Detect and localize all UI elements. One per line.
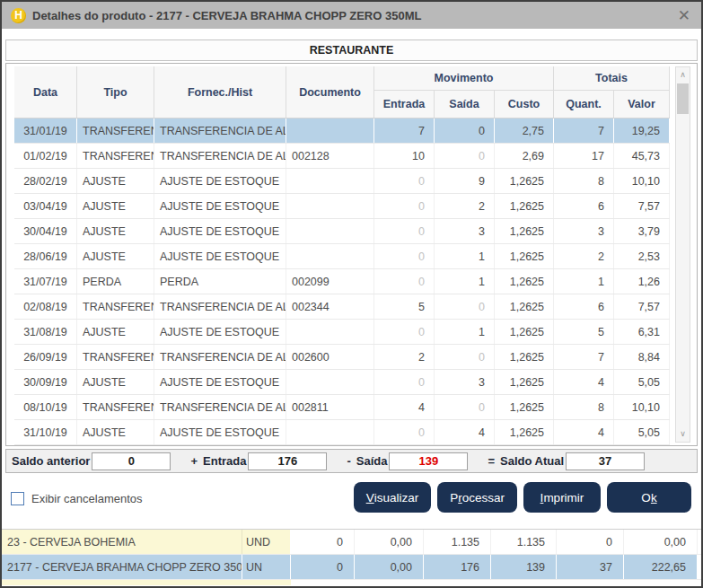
saldo-atual-label: Saldo Atual (500, 454, 564, 468)
col-header-entrada: Entrada (374, 91, 435, 118)
scroll-up-icon[interactable]: ∧ (676, 68, 690, 82)
table-row[interactable]: 01/02/19 TRANSFEREN TRANSFERENCIA DE ALM… (14, 144, 670, 169)
table-row[interactable]: 31/01/19 TRANSFEREN TRANSFERENCIA DE ALM… (14, 118, 670, 144)
cell-data: 28/02/19 (14, 169, 77, 193)
table-row[interactable]: 31/10/19 AJUSTE AJUSTE DE ESTOQUE 0 4 1,… (14, 420, 670, 445)
minus-operator: - (347, 454, 350, 468)
partial-next-row (2, 580, 701, 585)
cell-quant: 17 (554, 144, 614, 168)
cell-valor: 10,10 (614, 395, 670, 419)
cell-tipo: TRANSFEREN (77, 118, 154, 143)
cell-saida: 0 (435, 345, 495, 369)
list-item[interactable]: 23 - CERVEJA BOHEMIA UND 0 0,00 1.135 1.… (2, 530, 701, 555)
col-header-valor: Valor (614, 91, 670, 118)
balance-summary-bar: Saldo anterior 0 + Entrada 176 - Saída 1… (5, 449, 698, 473)
cell-entrada: 0 (374, 244, 435, 268)
table-row[interactable]: 28/02/19 AJUSTE AJUSTE DE ESTOQUE 0 9 1,… (14, 169, 670, 194)
table-row[interactable]: 30/04/19 AJUSTE AJUSTE DE ESTOQUE 0 3 1,… (14, 219, 670, 244)
ok-button[interactable]: Ok (607, 482, 691, 513)
cell-fornec-hist: AJUSTE DE ESTOQUE (154, 320, 286, 344)
products-rows: 23 - CERVEJA BOHEMIA UND 0 0,00 1.135 1.… (2, 530, 701, 580)
group-header-totais: Totais (554, 66, 670, 91)
table-row[interactable]: 31/07/19 PERDA PERDA 002099 0 1 1,2625 1… (14, 269, 670, 294)
cell-entrada: 0 (374, 194, 435, 218)
cell-tipo: AJUSTE (77, 244, 154, 268)
cell-tipo: AJUSTE (77, 420, 154, 444)
group-header-movimento: Movimento (374, 66, 554, 91)
location-banner: RESTAURANTE (5, 39, 698, 61)
cell-custo: 1,2625 (495, 269, 554, 294)
entrada-value: 176 (248, 452, 327, 470)
cell-entrada: 4 (374, 395, 435, 419)
cell-quant: 4 (554, 420, 614, 444)
cell-value: 0,00 (355, 530, 424, 554)
saida-value: 139 (389, 452, 468, 470)
cell-quant: 5 (554, 320, 614, 344)
table-row[interactable]: 31/08/19 AJUSTE AJUSTE DE ESTOQUE 0 1 1,… (14, 320, 670, 345)
equals-operator: = (488, 454, 495, 468)
cell-fornec-hist: TRANSFERENCIA DE ALM (154, 118, 286, 143)
cell-valor: 8,84 (614, 345, 670, 369)
cell-custo: 1,2625 (495, 244, 554, 268)
cell-valor: 7,57 (614, 294, 670, 319)
cell-quant: 8 (554, 169, 614, 193)
cell-quant: 7 (554, 345, 614, 369)
product-details-dialog: H Detalhes do produto - 2177 - CERVEJA B… (0, 0, 703, 588)
vertical-scrollbar[interactable]: ∧ ∨ (675, 66, 690, 443)
cell-tipo: PERDA (77, 269, 154, 294)
cell-value: 0,00 (624, 530, 698, 554)
cell-saida: 9 (435, 169, 495, 193)
cell-documento (286, 420, 374, 444)
saldo-anterior-value: 0 (92, 452, 171, 470)
cell-data: 02/08/19 (14, 294, 77, 319)
cell-tipo: TRANSFEREN (77, 395, 154, 419)
list-item[interactable]: 2177 - CERVEJA BRAHMA CHOPP ZERO 350M UN… (2, 555, 701, 580)
cell-value: 222,65 (624, 555, 698, 579)
cell-fornec-hist: PERDA (154, 269, 286, 294)
cell-quant: 6 (554, 194, 614, 218)
cell-valor: 19,25 (614, 118, 670, 143)
cell-quant: 8 (554, 395, 614, 419)
cell-value: 1.135 (424, 530, 491, 554)
cell-custo: 1,2625 (495, 395, 554, 419)
cell-entrada: 5 (374, 294, 435, 319)
cell-documento (286, 194, 374, 218)
cell-saida: 0 (435, 395, 495, 419)
cell-data: 31/07/19 (14, 269, 77, 294)
cell-entrada: 0 (374, 420, 435, 444)
imprimir-button[interactable]: Imprimir (523, 482, 601, 513)
cell-custo: 2,69 (495, 144, 554, 168)
cell-custo: 1,2625 (495, 219, 554, 243)
col-header-quant: Quant. (554, 91, 614, 118)
table-row[interactable]: 28/06/19 AJUSTE AJUSTE DE ESTOQUE 0 1 1,… (14, 244, 670, 269)
processar-button[interactable]: Processar (437, 482, 517, 513)
cell-documento: 002344 (286, 294, 374, 319)
saldo-atual-value: 37 (566, 452, 645, 470)
scrollbar-thumb[interactable] (677, 83, 689, 114)
cell-product-name: 23 - CERVEJA BOHEMIA (2, 530, 242, 554)
cell-tipo: TRANSFEREN (77, 144, 154, 168)
scroll-down-icon[interactable]: ∨ (676, 427, 690, 441)
cell-valor: 7,57 (614, 194, 670, 218)
table-row[interactable]: 30/09/19 AJUSTE AJUSTE DE ESTOQUE 0 3 1,… (14, 370, 670, 395)
exibir-cancelamentos-checkbox[interactable] (11, 492, 24, 505)
table-row[interactable]: 02/08/19 TRANSFEREN TRANSFERENCIA DE ALM… (14, 294, 670, 320)
close-icon[interactable]: ✕ (678, 8, 690, 23)
saldo-anterior-label: Saldo anterior (12, 454, 90, 468)
cell-fornec-hist: AJUSTE DE ESTOQUE (154, 194, 286, 218)
cell-tipo: AJUSTE (77, 370, 154, 394)
cell-entrada: 10 (374, 144, 435, 168)
cell-product-name: 2177 - CERVEJA BRAHMA CHOPP ZERO 350M (2, 555, 242, 579)
cell-custo: 1,2625 (495, 169, 554, 193)
cell-custo: 1,2625 (495, 194, 554, 218)
cell-valor: 1,26 (614, 269, 670, 294)
table-row[interactable]: 08/10/19 TRANSFEREN TRANSFERENCIA DE ALM… (14, 395, 670, 420)
table-row[interactable]: 03/04/19 AJUSTE AJUSTE DE ESTOQUE 0 2 1,… (14, 194, 670, 219)
cell-valor: 2,53 (614, 244, 670, 268)
cell-saida: 1 (435, 269, 495, 294)
table-row[interactable]: 26/09/19 TRANSFEREN TRANSFERENCIA DE ALM… (14, 345, 670, 370)
visualizar-button[interactable]: Visualizar (354, 482, 432, 513)
cell-tipo: AJUSTE (77, 169, 154, 193)
cell-unit: UND (242, 530, 291, 554)
cell-data: 08/10/19 (14, 395, 77, 419)
